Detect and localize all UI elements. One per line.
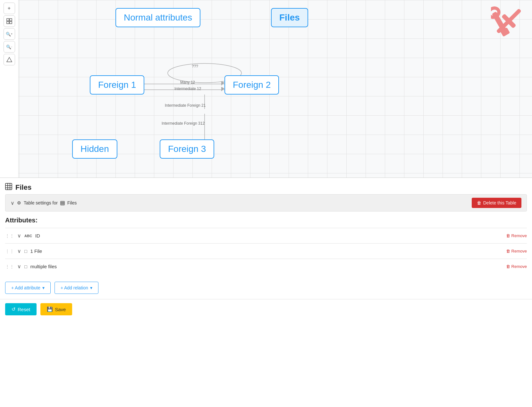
reset-button[interactable]: ↺ Reset (5, 303, 37, 315)
table-title-row: Files (5, 178, 527, 194)
drag-handle-multifile[interactable]: ⋮⋮ (5, 264, 14, 269)
attr-type-icon-multifile: □ (24, 264, 27, 269)
expand-file1-button[interactable]: ∨ (17, 248, 21, 254)
wrench-cross-icon (491, 3, 523, 35)
collapse-button[interactable]: ∨ (11, 200, 14, 206)
rel-label-many12: Many 12 (180, 80, 195, 85)
attribute-row-id: ⋮⋮ ∨ ABC ID 🗑 Remove (5, 228, 527, 243)
node-normal-attrs[interactable]: Normal attributes (115, 8, 200, 27)
attribute-row-file1: ⋮⋮ ∨ □ 1 File 🗑 Remove (5, 243, 527, 259)
footer-row: ↺ Reset 💾 Save (0, 299, 532, 319)
table-grid-icon (5, 183, 12, 192)
settings-gear-icon: ⚙ (17, 200, 21, 205)
toolbar: + 🔍+ 🔍- (0, 0, 19, 178)
hierarchy-button[interactable] (4, 54, 15, 65)
attribute-row-multifile: ⋮⋮ ∨ □ multiple files 🗑 Remove (5, 259, 527, 274)
attr-name-file1: 1 File (30, 248, 42, 254)
expand-multifile-button[interactable]: ∨ (17, 263, 21, 270)
svg-marker-4 (7, 57, 12, 62)
rel-label-qqq: ??? (192, 64, 198, 69)
remove-multifile-button[interactable]: 🗑 Remove (506, 264, 527, 269)
delete-table-button[interactable]: 🗑 Delete this Table (472, 198, 521, 208)
node-foreign3[interactable]: Foreign 3 (160, 139, 214, 159)
expand-id-button[interactable]: ∨ (17, 233, 21, 239)
node-hidden[interactable]: Hidden (72, 139, 117, 159)
attr-name-multifile: multiple files (30, 264, 57, 269)
svg-marker-11 (221, 87, 224, 91)
actions-row: + Add attribute ▾ + Add relation ▾ (5, 279, 527, 294)
rel-label-intermediate12: Intermediate 12 (174, 87, 201, 91)
rel-label-if312: Intermediate Foreign 312 (162, 121, 205, 126)
zoom-in-button[interactable]: 🔍+ (4, 28, 15, 40)
node-files[interactable]: Files (271, 8, 308, 27)
table-title: Files (15, 183, 31, 192)
save-button[interactable]: 💾 Save (40, 303, 72, 315)
zoom-out-button[interactable]: 🔍- (4, 41, 15, 53)
remove-id-button[interactable]: 🗑 Remove (506, 233, 527, 238)
svg-rect-17 (5, 183, 12, 190)
trash-icon-file1: 🗑 (506, 249, 510, 253)
trash-icon: 🗑 (477, 200, 481, 205)
bottom-panel: Files ∨ ⚙ Table settings for Files (0, 178, 532, 294)
add-button[interactable]: + (4, 3, 15, 14)
drag-handle-file1[interactable]: ⋮⋮ (5, 249, 14, 254)
remove-file1-button[interactable]: 🗑 Remove (506, 249, 527, 253)
node-foreign1[interactable]: Foreign 1 (90, 75, 144, 95)
dropdown-arrow-attr: ▾ (42, 285, 45, 290)
attr-type-icon-id: ABC (24, 234, 32, 238)
save-icon: 💾 (47, 306, 53, 312)
add-attribute-button[interactable]: + Add attribute ▾ (5, 282, 51, 294)
attr-name-id: ID (35, 233, 40, 238)
rel-label-if21: Intermediate Foreign 21 (165, 103, 206, 108)
canvas-area: + 🔍+ 🔍- ??? Many 12 Interme (0, 0, 532, 178)
trash-icon-id: 🗑 (506, 233, 510, 238)
table-settings-row: ∨ ⚙ Table settings for Files 🗑 Delet (5, 194, 527, 212)
svg-rect-22 (61, 201, 64, 205)
svg-rect-0 (7, 19, 9, 21)
attributes-heading: Attributes: (5, 217, 527, 224)
svg-marker-10 (221, 81, 224, 86)
node-foreign2[interactable]: Foreign 2 (224, 75, 279, 95)
drag-handle-id[interactable]: ⋮⋮ (5, 233, 14, 238)
svg-rect-2 (7, 21, 9, 24)
grid-button[interactable] (4, 15, 15, 27)
settings-label: Table settings for Files (24, 200, 77, 205)
save-label: Save (55, 307, 66, 312)
settings-table-icon (60, 200, 66, 205)
dropdown-arrow-rel: ▾ (90, 285, 92, 290)
svg-rect-1 (10, 19, 12, 21)
trash-icon-multifile: 🗑 (506, 264, 510, 269)
attr-type-icon-file1: □ (24, 249, 27, 254)
svg-rect-3 (10, 21, 12, 24)
reset-icon: ↺ (12, 306, 16, 312)
add-relation-button[interactable]: + Add relation ▾ (55, 282, 98, 294)
reset-label: Reset (18, 307, 30, 312)
